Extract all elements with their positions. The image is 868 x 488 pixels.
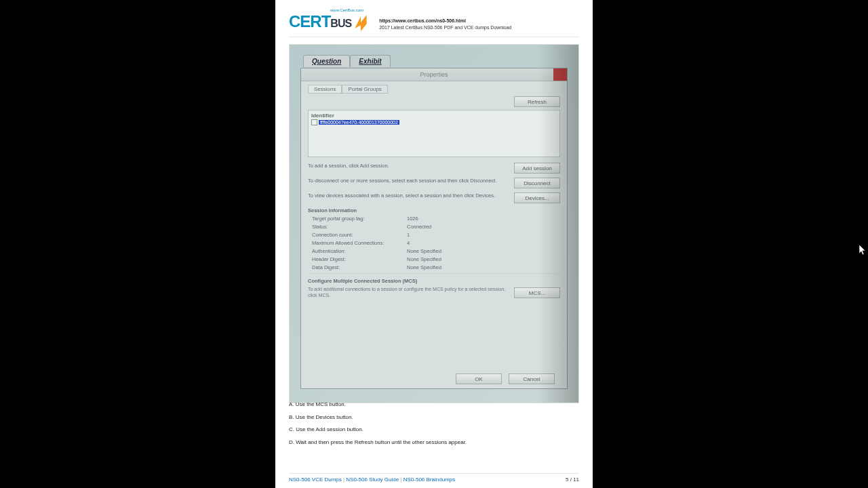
devices-button[interactable]: Devices... bbox=[514, 192, 560, 203]
mcs-row: To add additional connections to a sessi… bbox=[308, 286, 560, 298]
session-info-header: Session Information bbox=[308, 207, 560, 214]
answer-d: D. Wait and then press the Refresh butto… bbox=[289, 438, 579, 447]
answer-a: A. Use the MCS button. bbox=[289, 400, 579, 409]
ok-button[interactable]: OK bbox=[456, 373, 502, 384]
mcs-section: Configure Multiple Connected Session (MC… bbox=[308, 273, 560, 298]
mcs-button[interactable]: MCS... bbox=[514, 287, 560, 298]
add-session-row: To add a session, click Add session. Add… bbox=[308, 163, 560, 174]
exhibit-screenshot: Question Exhibit Properties Sessions Por… bbox=[289, 44, 579, 403]
kv-row: Target portal group tag:1026 bbox=[308, 216, 560, 222]
add-session-text: To add a session, click Add session. bbox=[308, 163, 509, 169]
logo: www.CertBus.com CERTBUS bbox=[289, 8, 370, 31]
answer-options: A. Use the MCS button. B. Use the Device… bbox=[289, 400, 579, 450]
close-icon[interactable] bbox=[553, 68, 567, 81]
dialog-body: Sessions Portal Groups Refresh Identifie… bbox=[301, 81, 567, 365]
kv-row: Connection count:1 bbox=[308, 232, 560, 238]
link-vce-dumps[interactable]: NS0-506 VCE Dumps bbox=[289, 476, 342, 483]
arrow-icon bbox=[352, 14, 370, 31]
mcs-text: To add additional connections to a sessi… bbox=[308, 286, 507, 298]
dialog-titlebar: Properties bbox=[301, 68, 567, 81]
tab-sessions[interactable]: Sessions bbox=[308, 85, 342, 94]
kv-row: Status:Connected bbox=[308, 224, 560, 230]
header-info: https://www.certbus.com/ns0-506.html 201… bbox=[379, 8, 511, 31]
checkbox-icon[interactable] bbox=[311, 119, 317, 125]
mcs-header: Configure Multiple Connected Session (MC… bbox=[308, 278, 560, 284]
disconnect-text: To disconnect one or more sessions, sele… bbox=[308, 178, 509, 184]
devices-text: To view devices associated with a sessio… bbox=[308, 192, 509, 199]
kv-row: Authentication:None Specified bbox=[308, 248, 560, 254]
logo-row: CERTBUS bbox=[289, 12, 370, 31]
kv-row: Maximum Allowed Connections:4 bbox=[308, 240, 560, 246]
disconnect-button[interactable]: Disconnect bbox=[514, 178, 560, 188]
header-desc: 2017 Latest CertBus NS0-506 PDF and VCE … bbox=[379, 24, 511, 31]
kv-row: Header Digest:None Specified bbox=[308, 256, 560, 262]
outer-tabs: Question Exhibit bbox=[303, 55, 391, 67]
add-session-button[interactable]: Add session bbox=[514, 163, 560, 174]
list-item[interactable]: ffffe00004?ee470-400001370000002 bbox=[311, 119, 557, 125]
disconnect-row: To disconnect one or more sessions, sele… bbox=[308, 178, 560, 188]
inner-tabs: Sessions Portal Groups bbox=[308, 85, 560, 94]
header-url: https://www.certbus.com/ns0-506.html bbox=[379, 18, 511, 24]
tab-exhibit[interactable]: Exhibit bbox=[350, 55, 390, 67]
answer-b: B. Use the Devices button. bbox=[289, 413, 579, 422]
header-divider bbox=[289, 37, 579, 37]
identifier-header: Identifier bbox=[311, 113, 557, 119]
link-study-guide[interactable]: NS0-506 Study Guide bbox=[346, 476, 399, 483]
refresh-button[interactable]: Refresh bbox=[514, 96, 560, 107]
footer-links: NS0-506 VCE Dumps | NS0-506 Study Guide … bbox=[289, 476, 455, 483]
document-page: www.CertBus.com CERTBUS https://www.cert… bbox=[275, 0, 593, 488]
page-footer: NS0-506 VCE Dumps | NS0-506 Study Guide … bbox=[289, 473, 579, 483]
cancel-button[interactable]: Cancel bbox=[509, 373, 555, 384]
kv-row: Data Digest:None Specified bbox=[308, 264, 560, 270]
tab-question[interactable]: Question bbox=[303, 55, 350, 67]
identifier-value: ffffe00004?ee470-400001370000002 bbox=[319, 120, 399, 125]
properties-dialog: Properties Sessions Portal Groups Refres… bbox=[300, 68, 568, 389]
page-header: www.CertBus.com CERTBUS https://www.cert… bbox=[289, 0, 579, 31]
logo-text: CERTBUS bbox=[289, 12, 351, 31]
refresh-row: Refresh bbox=[308, 96, 560, 107]
devices-row: To view devices associated with a sessio… bbox=[308, 192, 560, 203]
identifier-listbox[interactable]: Identifier ffffe00004?ee470-400001370000… bbox=[308, 110, 560, 157]
cursor-icon bbox=[859, 244, 867, 256]
dialog-footer: OK Cancel bbox=[301, 369, 567, 388]
link-braindumps[interactable]: NS0-506 Braindumps bbox=[403, 476, 455, 483]
answer-c: C. Use the Add session button. bbox=[289, 425, 579, 434]
tab-portal-groups[interactable]: Portal Groups bbox=[342, 85, 387, 94]
dialog-title: Properties bbox=[420, 71, 448, 78]
page-number: 5 / 11 bbox=[566, 476, 579, 483]
